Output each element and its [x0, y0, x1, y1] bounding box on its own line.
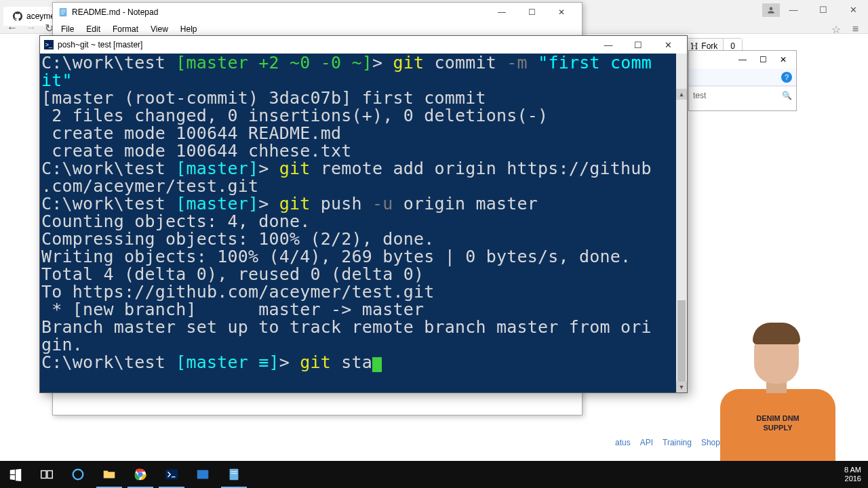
maximize-button[interactable]: ☐ — [623, 37, 653, 53]
minimize-button[interactable]: — — [487, 3, 517, 21]
svg-point-6 — [73, 470, 83, 480]
taskview-icon — [39, 467, 54, 482]
svg-rect-12 — [231, 471, 237, 472]
menu-format[interactable]: Format — [107, 23, 144, 35]
minimize-button[interactable]: — — [732, 55, 753, 64]
person-icon — [766, 5, 776, 15]
folder-icon — [102, 467, 117, 482]
close-button[interactable]: ✕ — [547, 3, 576, 21]
svg-rect-1 — [61, 10, 66, 11]
terminal-title-text: posh~git ~ test [master] — [58, 40, 142, 49]
svg-rect-11 — [230, 469, 239, 481]
minimize-button[interactable]: — — [593, 37, 623, 53]
minimize-button[interactable]: — — [778, 0, 808, 19]
help-icon[interactable]: ? — [781, 72, 792, 83]
cortana-button[interactable] — [62, 461, 94, 488]
notepad-title-text: README.md - Notepad — [72, 7, 158, 17]
github-icon — [13, 12, 22, 21]
chrome-menu-icon[interactable]: ≡ — [852, 23, 859, 35]
tray-date: 2016 — [844, 474, 861, 483]
scroll-thumb[interactable] — [677, 300, 686, 382]
browser-window-controls: — ☐ ✕ — [778, 0, 868, 19]
windows-taskbar: 8 AM 2016 — [0, 461, 868, 488]
start-button[interactable] — [0, 461, 31, 488]
close-button[interactable]: ✕ — [653, 37, 683, 53]
maximize-button[interactable]: ☐ — [808, 0, 838, 19]
tray-time: 8 AM — [844, 466, 861, 474]
system-tray[interactable]: 8 AM 2016 — [844, 466, 868, 483]
explorer-titlebar: — ☐ ✕ — [689, 51, 796, 68]
chrome-taskbar-button[interactable] — [125, 461, 156, 488]
svg-rect-4 — [41, 471, 46, 479]
svg-rect-10 — [197, 470, 209, 479]
terminal-scrollbar[interactable]: ▲ ▼ — [676, 54, 687, 392]
svg-point-8 — [138, 472, 142, 476]
menu-file[interactable]: File — [56, 23, 79, 35]
app-icon — [195, 467, 210, 482]
fork-icon — [690, 42, 698, 50]
notepad-taskbar-icon — [226, 467, 241, 482]
footer-link[interactable]: Training — [663, 438, 692, 447]
powershell-icon: >_ — [44, 40, 54, 49]
explorer-taskbar-button[interactable] — [94, 461, 125, 488]
nav-forward-button[interactable]: → — [26, 22, 37, 35]
chrome-icon — [133, 467, 148, 482]
footer-link[interactable]: API — [640, 438, 653, 447]
menu-view[interactable]: View — [145, 23, 174, 35]
explorer-window[interactable]: — ☐ ✕ ? test 🔍 — [688, 50, 797, 111]
notepad-titlebar[interactable]: README.md - Notepad — ☐ ✕ — [53, 3, 582, 22]
taskview-button[interactable] — [31, 461, 62, 488]
search-icon: 🔍 — [782, 91, 792, 100]
webcam-overlay: DENIM DNM SUPPLY — [705, 319, 848, 461]
bookmark-star-icon[interactable]: ☆ — [831, 23, 841, 36]
close-button[interactable]: ✕ — [838, 0, 868, 19]
notepad-menubar: File Edit Format View Help — [53, 22, 582, 37]
maximize-button[interactable]: ☐ — [517, 3, 547, 21]
app-button-1[interactable] — [187, 461, 218, 488]
windows-icon — [8, 467, 23, 482]
close-button[interactable]: ✕ — [773, 55, 793, 64]
cortana-icon — [71, 467, 85, 482]
terminal-output[interactable]: C:\work\test [master +2 ~0 -0 ~]> git co… — [40, 54, 687, 392]
svg-rect-5 — [47, 471, 52, 479]
chrome-user-icon[interactable] — [762, 3, 780, 17]
browser-nav: ← → ↻ — [7, 22, 54, 35]
terminal-titlebar[interactable]: >_ posh~git ~ test [master] — ☐ ✕ — [40, 36, 687, 54]
menu-help[interactable]: Help — [175, 23, 203, 35]
powershell-window[interactable]: >_ posh~git ~ test [master] — ☐ ✕ C:\wor… — [39, 35, 688, 393]
menu-edit[interactable]: Edit — [81, 23, 106, 35]
terminal-cursor — [372, 357, 382, 372]
svg-rect-9 — [165, 470, 178, 480]
notepad-taskbar-button[interactable] — [218, 461, 250, 488]
nav-back-button[interactable]: ← — [7, 22, 18, 35]
svg-rect-3 — [61, 14, 64, 14]
footer-link[interactable]: atus — [615, 438, 631, 447]
svg-rect-13 — [231, 473, 237, 474]
scroll-down-arrow[interactable]: ▼ — [676, 382, 687, 392]
maximize-button[interactable]: ☐ — [753, 55, 773, 64]
svg-rect-2 — [61, 12, 66, 12]
powershell-taskbar-button[interactable] — [156, 461, 187, 488]
notepad-icon — [58, 7, 68, 17]
explorer-search-box[interactable]: test 🔍 — [689, 86, 796, 104]
explorer-toolbar: ? — [689, 68, 796, 86]
powershell-taskbar-icon — [164, 467, 179, 482]
